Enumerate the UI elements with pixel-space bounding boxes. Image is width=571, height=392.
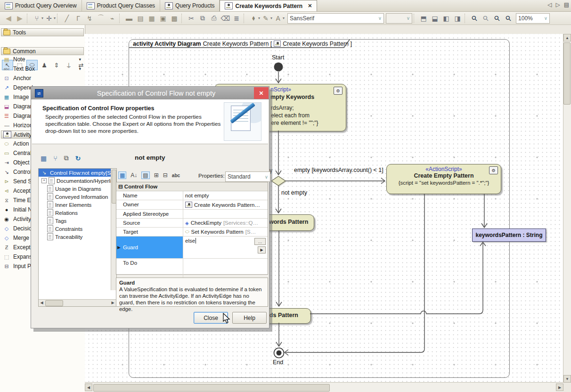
property-row-to-do[interactable]: To Do: [116, 259, 268, 278]
property-row-name[interactable]: Name not empty: [116, 191, 268, 200]
property-row-target[interactable]: Target ⬭ Set Keywords Pattern [S…: [116, 228, 268, 237]
collapse-icon[interactable]: ⊟: [118, 184, 123, 189]
tab-query-products[interactable]: Query Products: [160, 0, 220, 11]
tab-scroll-left-icon[interactable]: ◁: [547, 1, 552, 8]
property-row-guard[interactable]: ▶ Guard else … ▶: [116, 237, 268, 259]
property-row-applied-stereotype[interactable]: Applied Stereotype: [116, 210, 268, 219]
dropdown-caret-icon[interactable]: ▾: [54, 16, 56, 20]
action-node-create-empty-pattern[interactable]: ⚙ «ActionScript» Create Empty Pattern {s…: [386, 164, 501, 194]
property-row-owner[interactable]: Owner Create Keywords Pattern…: [116, 200, 268, 210]
tree-item-constraints[interactable]: Constraints: [39, 225, 116, 233]
dialog-title-bar[interactable]: ⧄ Specification of Control Flow not empt…: [31, 87, 269, 99]
scroll-right-icon[interactable]: ▶: [556, 384, 563, 391]
property-row-source[interactable]: Source ◈ CheckEmpty [Services::Q…: [116, 219, 268, 228]
scroll-right-icon[interactable]: ▶: [110, 300, 116, 306]
tab-scroll-right-icon[interactable]: ▷: [555, 1, 560, 8]
chevron-down-icon[interactable]: ▾: [79, 66, 81, 71]
collapse-all-icon[interactable]: ⊟: [163, 172, 168, 179]
scroll-left-icon[interactable]: ◀: [39, 300, 45, 306]
dropdown-caret-icon[interactable]: ▾: [270, 16, 272, 20]
horizontal-scroll-thumb[interactable]: [93, 384, 330, 392]
dropdown-caret-icon[interactable]: ▾: [258, 16, 260, 20]
paste-icon[interactable]: ⎙: [209, 13, 219, 24]
ungroup-icon[interactable]: ⬓: [430, 13, 440, 24]
palette-item-note[interactable]: ▤ Note ▾: [0, 55, 85, 64]
font-color-icon[interactable]: A: [273, 13, 283, 24]
dropdown-caret-icon[interactable]: ▾: [283, 16, 285, 20]
add-element-icon[interactable]: ✛: [44, 13, 54, 24]
curve-line-icon[interactable]: ⌒: [96, 13, 106, 24]
vertical-scrollbar[interactable]: ▲ ▼: [563, 34, 571, 383]
layout-overlap-icon[interactable]: ▩: [169, 13, 179, 24]
guard-value-editor[interactable]: else: [185, 238, 196, 244]
refresh-icon[interactable]: ↻: [75, 155, 81, 162]
spec-table-icon[interactable]: ▦: [41, 155, 47, 162]
chevron-down-icon[interactable]: ▾: [79, 57, 81, 62]
font-size-select[interactable]: ∨: [386, 13, 412, 24]
tab-list-icon[interactable]: ▤: [564, 1, 569, 8]
expand-all-icon[interactable]: ⊞: [154, 172, 159, 179]
fill-color-icon[interactable]: ⬧: [248, 13, 259, 24]
tab-create-keywords-pattern[interactable]: Create Keywords Pattern ✕: [220, 0, 317, 11]
vertical-scroll-thumb[interactable]: [563, 42, 571, 105]
sort-alphabetically-icon[interactable]: A↓: [131, 172, 137, 179]
palette-section-tools[interactable]: Tools: [1, 28, 84, 36]
tree-item-documentation[interactable]: + Documentation/Hyperlin: [39, 177, 116, 185]
gear-icon[interactable]: ⚙: [489, 166, 498, 174]
gear-icon[interactable]: ⚙: [334, 87, 343, 95]
guard-expand-button[interactable]: ▶: [258, 246, 266, 253]
tree-item-inner-elements[interactable]: Inner Elements: [39, 201, 116, 209]
make-same-size-icon[interactable]: ▦: [147, 13, 157, 24]
tab-product-query-classes[interactable]: Product Query Classes: [82, 0, 160, 11]
tab-close-icon[interactable]: ✕: [308, 3, 312, 9]
tree-item-conveyed-information[interactable]: Conveyed Information: [39, 193, 116, 201]
scroll-up-icon[interactable]: ▲: [563, 34, 571, 41]
tree-item-relations[interactable]: Relations: [39, 209, 116, 217]
forward-button[interactable]: ▶: [15, 13, 25, 24]
tree-item-tags[interactable]: Tags: [39, 217, 116, 225]
line-style-icon[interactable]: ╱: [62, 13, 72, 24]
usages-tree-icon[interactable]: ⑂: [53, 155, 57, 162]
dashed-line-icon[interactable]: ⌁: [107, 13, 117, 24]
back-button[interactable]: ◀: [3, 13, 14, 24]
distribute-shapes-icon[interactable]: ▤: [135, 13, 146, 24]
containment-tree-icon[interactable]: ⑂: [32, 13, 42, 24]
horizontal-scrollbar[interactable]: ◀ ▶: [85, 382, 563, 392]
zoom-out-icon[interactable]: ⚲: [501, 11, 516, 25]
zoom-level-select[interactable]: 100% ∨: [516, 13, 550, 24]
copy-icon[interactable]: ⧉: [197, 13, 208, 24]
delete-icon[interactable]: ⌫: [220, 13, 230, 24]
guard-more-button[interactable]: …: [254, 238, 266, 245]
object-node-keywords-pattern[interactable]: keywordsPattern : String: [472, 229, 546, 242]
help-button[interactable]: Help: [232, 312, 267, 324]
properties-mode-select[interactable]: Standard ∨: [225, 172, 270, 182]
rectilinear-line-icon[interactable]: Γ: [73, 13, 83, 24]
tree-horizontal-scrollbar[interactable]: ◀ ▶: [39, 299, 116, 306]
palette-section-common[interactable]: Common: [1, 47, 84, 55]
font-family-select[interactable]: SansSerif ∨: [287, 13, 384, 24]
tab-product-query-overview[interactable]: Product Query Overview: [0, 0, 82, 11]
dialog-close-button[interactable]: ✕: [254, 87, 269, 99]
cut-icon[interactable]: ✂: [186, 13, 196, 24]
palette-item-anchor[interactable]: ⊡ Anchor: [0, 74, 85, 83]
palette-item-text-box[interactable]: abc Text Box ▾: [0, 64, 85, 74]
close-button[interactable]: Close: [194, 312, 228, 324]
oblique-line-icon[interactable]: ↯: [84, 13, 95, 24]
categorized-view-icon[interactable]: ▦: [118, 172, 126, 179]
tree-item-traceability[interactable]: Traceability: [39, 233, 116, 241]
layout-grid-icon[interactable]: ▣: [158, 13, 168, 24]
group-header-control-flow[interactable]: ⊟ Control Flow: [116, 182, 268, 191]
tree-item-usage-in-diagrams[interactable]: Usage in Diagrams: [39, 185, 116, 193]
copy-spec-icon[interactable]: ⧉: [64, 154, 69, 162]
dropdown-caret-icon[interactable]: ▾: [41, 16, 43, 20]
expand-icon[interactable]: +: [41, 178, 47, 183]
scroll-left-icon[interactable]: ◀: [85, 384, 92, 391]
rows-view-icon[interactable]: ▤: [141, 172, 149, 179]
group-icon[interactable]: ⬒: [418, 13, 429, 24]
line-color-icon[interactable]: ✎: [261, 13, 271, 24]
to-back-icon[interactable]: ◨: [452, 13, 463, 24]
align-shapes-icon[interactable]: ▬: [124, 13, 134, 24]
tree-item-control-flow[interactable]: ↘ Control Flow:not empty[Ser: [39, 169, 116, 177]
to-front-icon[interactable]: ◧: [441, 13, 451, 24]
abc-edit-icon[interactable]: abc: [172, 173, 180, 178]
